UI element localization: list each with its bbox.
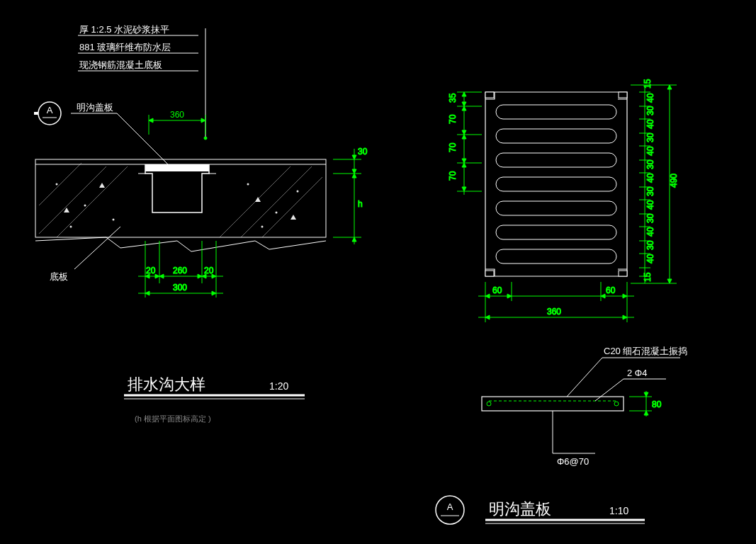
svg-rect-63 [496, 225, 616, 239]
svg-text:15: 15 [643, 272, 653, 282]
svg-rect-56 [485, 271, 494, 276]
svg-text:60: 60 [606, 285, 616, 295]
svg-text:30: 30 [358, 147, 368, 157]
svg-rect-119 [482, 397, 624, 411]
plan-bottom-dims: 60 60 360 [478, 282, 634, 322]
svg-line-32 [241, 166, 312, 237]
svg-text:30: 30 [645, 213, 655, 223]
svg-text:20: 20 [146, 266, 156, 276]
svg-line-30 [39, 163, 81, 205]
cover-label: 明沟盖板 [77, 102, 113, 113]
svg-rect-64 [496, 249, 616, 264]
bottom-plate-callout: 底板 [50, 227, 120, 282]
svg-text:70: 70 [448, 142, 458, 152]
rebar-bot: Φ6@70 [557, 456, 589, 467]
svg-rect-61 [496, 177, 616, 191]
detail-marker-a: A [34, 102, 61, 125]
layer-notes: 厚 1:2.5 水泥砂浆抹平 881 玻璃纤维布防水层 现浇钢筋混凝土底板 [78, 24, 207, 140]
svg-text:360: 360 [547, 307, 561, 317]
note-1: 厚 1:2.5 水泥砂浆抹平 [79, 24, 169, 35]
svg-rect-55 [619, 92, 627, 98]
svg-text:60: 60 [492, 285, 502, 295]
svg-rect-62 [496, 201, 616, 215]
cover-callout: 明沟盖板 [71, 102, 170, 166]
marker-a-letter: A [47, 105, 53, 115]
svg-text:70: 70 [448, 171, 458, 181]
svg-text:40: 40 [645, 119, 655, 129]
svg-point-20 [247, 183, 249, 186]
svg-line-51 [74, 227, 120, 269]
bottom-dims: 20 260 20 300 [138, 241, 223, 298]
bottom-label: 底板 [50, 271, 68, 282]
svg-point-120 [487, 402, 491, 406]
svg-text:30: 30 [645, 132, 655, 142]
svg-text:40: 40 [645, 93, 655, 103]
svg-point-4 [204, 137, 207, 140]
svg-text:360: 360 [170, 110, 184, 120]
dim-30-h: 30 h [333, 147, 368, 244]
svg-point-16 [56, 183, 58, 186]
cover-section: C20 细石混凝土振捣 2 Φ4 Φ6@70 80 [482, 346, 687, 467]
svg-point-18 [113, 219, 115, 221]
title-block-right: A 明沟盖板 1:10 [436, 496, 645, 524]
svg-text:30: 30 [645, 240, 655, 250]
dim-360: 360 [149, 110, 205, 135]
svg-text:490: 490 [669, 174, 679, 188]
cover-plate-drawing: 35 70 70 70 490 15 15 40 30 40 30 [383, 0, 756, 544]
svg-text:40: 40 [645, 254, 655, 264]
svg-text:80: 80 [652, 400, 662, 409]
svg-point-22 [297, 191, 299, 193]
svg-rect-58 [496, 105, 616, 119]
right-title: 明沟盖板 [489, 500, 551, 518]
rebar-top: 2 Φ4 [627, 368, 647, 378]
svg-rect-60 [496, 153, 616, 167]
svg-text:260: 260 [173, 266, 187, 276]
drainage-section-drawing: 厚 1:2.5 水泥砂浆抹平 881 玻璃纤维布防水层 现浇钢筋混凝土底板 明沟… [0, 0, 368, 460]
svg-point-121 [614, 402, 619, 406]
svg-text:70: 70 [448, 114, 458, 124]
left-title: 排水沟大样 [128, 375, 205, 393]
svg-text:h: h [358, 199, 363, 209]
svg-text:30: 30 [645, 159, 655, 169]
svg-text:35: 35 [448, 93, 458, 103]
plan-view [485, 92, 627, 276]
svg-rect-54 [485, 92, 494, 98]
note-2: 881 玻璃纤维布防水层 [79, 42, 171, 52]
svg-line-6 [117, 113, 170, 166]
plan-right-dims: 490 15 15 40 30 40 30 40 30 40 30 40 30 … [631, 79, 679, 283]
svg-text:40: 40 [645, 173, 655, 183]
svg-line-28 [39, 166, 106, 234]
svg-point-17 [84, 205, 86, 207]
svg-text:40: 40 [645, 146, 655, 156]
svg-text:30: 30 [645, 186, 655, 196]
title-block-left: 排水沟大样 1:20 (h 根据平面图标高定 ) [124, 375, 305, 423]
material-note: C20 细石混凝土振捣 [604, 346, 687, 356]
svg-marker-27 [290, 215, 296, 220]
svg-line-123 [567, 358, 602, 397]
note-h: (h 根据平面图标高定 ) [135, 414, 211, 423]
note-3: 现浇钢筋混凝土底板 [79, 60, 162, 70]
svg-text:40: 40 [645, 200, 655, 210]
svg-point-21 [276, 212, 278, 214]
svg-rect-57 [619, 271, 627, 276]
left-scale: 1:20 [269, 380, 288, 392]
svg-text:20: 20 [204, 266, 214, 276]
svg-point-23 [261, 226, 264, 228]
svg-text:30: 30 [645, 106, 655, 115]
svg-line-125 [595, 379, 624, 401]
svg-marker-24 [99, 183, 105, 188]
svg-text:40: 40 [645, 227, 655, 237]
svg-line-31 [220, 166, 290, 237]
right-scale: 1:10 [609, 505, 628, 516]
plan-left-dims: 35 70 70 70 [448, 92, 482, 195]
svg-rect-34 [145, 164, 209, 171]
marker-a-right: A [447, 502, 453, 512]
svg-text:15: 15 [643, 79, 653, 89]
section-body [35, 159, 326, 251]
svg-point-19 [70, 226, 72, 228]
svg-rect-59 [496, 129, 616, 143]
svg-text:300: 300 [173, 283, 187, 293]
